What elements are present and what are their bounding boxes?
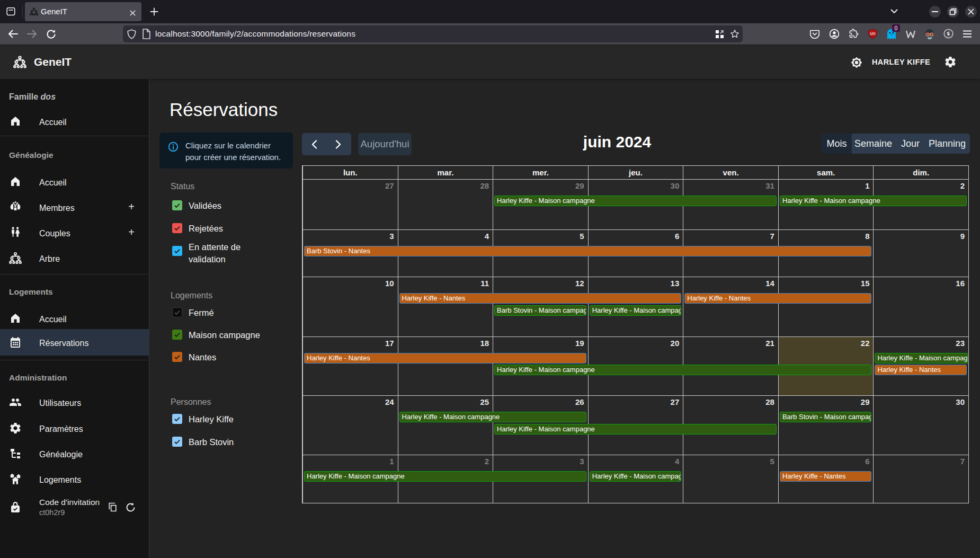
svg-text:UO: UO [870, 32, 876, 36]
